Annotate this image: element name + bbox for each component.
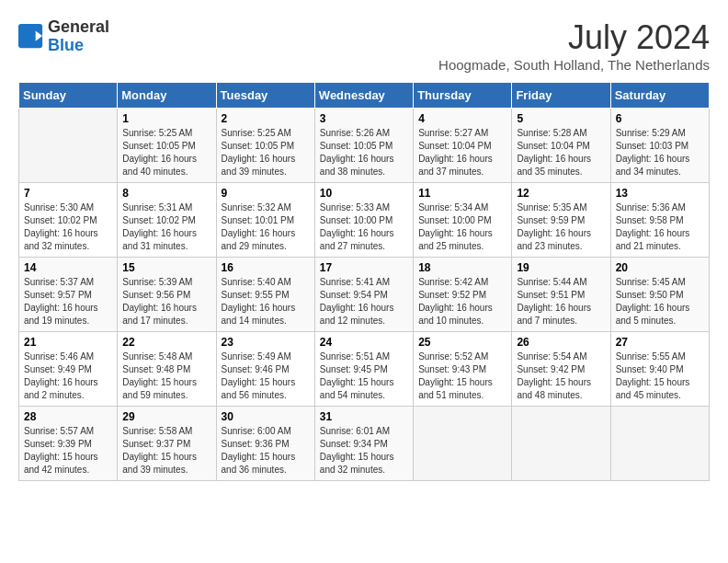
- calendar-cell: 8Sunrise: 5:31 AM Sunset: 10:02 PM Dayli…: [118, 183, 216, 258]
- day-info: Sunrise: 5:34 AM Sunset: 10:00 PM Daylig…: [418, 201, 506, 253]
- calendar-cell: 22Sunrise: 5:48 AM Sunset: 9:48 PM Dayli…: [118, 332, 216, 407]
- calendar-cell: 16Sunrise: 5:40 AM Sunset: 9:55 PM Dayli…: [216, 258, 314, 332]
- calendar-cell: 19Sunrise: 5:44 AM Sunset: 9:51 PM Dayli…: [512, 258, 610, 332]
- calendar-header-row: SundayMondayTuesdayWednesdayThursdayFrid…: [19, 83, 710, 109]
- day-number: 2: [222, 112, 310, 125]
- day-info: Sunrise: 5:49 AM Sunset: 9:46 PM Dayligh…: [222, 350, 310, 402]
- day-info: Sunrise: 5:58 AM Sunset: 9:37 PM Dayligh…: [122, 425, 210, 477]
- day-info: Sunrise: 5:25 AM Sunset: 10:05 PM Daylig…: [122, 127, 210, 178]
- calendar-cell: 10Sunrise: 5:33 AM Sunset: 10:00 PM Dayl…: [314, 183, 413, 258]
- day-info: Sunrise: 5:32 AM Sunset: 10:01 PM Daylig…: [222, 201, 310, 253]
- calendar-cell: 7Sunrise: 5:30 AM Sunset: 10:02 PM Dayli…: [19, 183, 118, 258]
- calendar-cell: 13Sunrise: 5:36 AM Sunset: 9:58 PM Dayli…: [610, 183, 709, 258]
- column-header-friday: Friday: [512, 83, 610, 109]
- day-info: Sunrise: 5:57 AM Sunset: 9:39 PM Dayligh…: [24, 425, 112, 477]
- logo: General Blue: [18, 18, 109, 55]
- calendar-cell: [19, 109, 118, 183]
- day-info: Sunrise: 5:45 AM Sunset: 9:50 PM Dayligh…: [616, 276, 704, 327]
- day-number: 7: [24, 187, 112, 200]
- day-number: 27: [616, 336, 704, 349]
- day-number: 4: [418, 112, 506, 125]
- day-number: 13: [616, 187, 704, 200]
- logo-text: General Blue: [48, 18, 109, 55]
- day-info: Sunrise: 5:54 AM Sunset: 9:42 PM Dayligh…: [517, 350, 605, 402]
- day-number: 30: [222, 410, 310, 423]
- day-info: Sunrise: 5:33 AM Sunset: 10:00 PM Daylig…: [320, 201, 408, 253]
- day-info: Sunrise: 5:48 AM Sunset: 9:48 PM Dayligh…: [122, 350, 210, 402]
- calendar-cell: 11Sunrise: 5:34 AM Sunset: 10:00 PM Dayl…: [414, 183, 512, 258]
- calendar-cell: 29Sunrise: 5:58 AM Sunset: 9:37 PM Dayli…: [118, 407, 216, 481]
- calendar-cell: [512, 407, 610, 481]
- day-number: 23: [222, 336, 310, 349]
- calendar-cell: 18Sunrise: 5:42 AM Sunset: 9:52 PM Dayli…: [414, 258, 512, 332]
- day-info: Sunrise: 6:00 AM Sunset: 9:36 PM Dayligh…: [222, 425, 310, 477]
- calendar-table: SundayMondayTuesdayWednesdayThursdayFrid…: [18, 82, 710, 481]
- calendar-cell: 2Sunrise: 5:25 AM Sunset: 10:05 PM Dayli…: [216, 109, 314, 183]
- column-header-thursday: Thursday: [414, 83, 512, 109]
- calendar-week-row: 28Sunrise: 5:57 AM Sunset: 9:39 PM Dayli…: [19, 407, 710, 481]
- day-number: 31: [320, 410, 408, 423]
- day-number: 3: [320, 112, 408, 125]
- calendar-cell: 27Sunrise: 5:55 AM Sunset: 9:40 PM Dayli…: [610, 332, 709, 407]
- calendar-cell: 23Sunrise: 5:49 AM Sunset: 9:46 PM Dayli…: [216, 332, 314, 407]
- day-info: Sunrise: 5:39 AM Sunset: 9:56 PM Dayligh…: [122, 276, 210, 327]
- logo-blue: Blue: [48, 36, 84, 54]
- day-number: 8: [122, 187, 210, 200]
- day-number: 15: [122, 261, 210, 274]
- calendar-cell: 3Sunrise: 5:26 AM Sunset: 10:05 PM Dayli…: [314, 109, 413, 183]
- day-number: 26: [517, 336, 605, 349]
- column-header-monday: Monday: [118, 83, 216, 109]
- day-number: 25: [418, 336, 506, 349]
- day-number: 24: [320, 336, 408, 349]
- column-header-saturday: Saturday: [610, 83, 709, 109]
- calendar-cell: 1Sunrise: 5:25 AM Sunset: 10:05 PM Dayli…: [118, 109, 216, 183]
- day-info: Sunrise: 5:35 AM Sunset: 9:59 PM Dayligh…: [517, 201, 605, 253]
- logo-icon: [18, 24, 44, 50]
- calendar-cell: 25Sunrise: 5:52 AM Sunset: 9:43 PM Dayli…: [414, 332, 512, 407]
- day-info: Sunrise: 6:01 AM Sunset: 9:34 PM Dayligh…: [320, 425, 408, 477]
- day-info: Sunrise: 5:52 AM Sunset: 9:43 PM Dayligh…: [418, 350, 506, 402]
- day-number: 6: [616, 112, 704, 125]
- calendar-cell: 31Sunrise: 6:01 AM Sunset: 9:34 PM Dayli…: [314, 407, 413, 481]
- day-number: 5: [517, 112, 605, 125]
- day-info: Sunrise: 5:41 AM Sunset: 9:54 PM Dayligh…: [320, 276, 408, 327]
- day-info: Sunrise: 5:40 AM Sunset: 9:55 PM Dayligh…: [222, 276, 310, 327]
- day-number: 12: [517, 187, 605, 200]
- calendar-cell: 9Sunrise: 5:32 AM Sunset: 10:01 PM Dayli…: [216, 183, 314, 258]
- day-number: 10: [320, 187, 408, 200]
- column-header-wednesday: Wednesday: [314, 83, 413, 109]
- day-info: Sunrise: 5:44 AM Sunset: 9:51 PM Dayligh…: [517, 276, 605, 327]
- calendar-week-row: 14Sunrise: 5:37 AM Sunset: 9:57 PM Dayli…: [19, 258, 710, 332]
- day-info: Sunrise: 5:26 AM Sunset: 10:05 PM Daylig…: [320, 127, 408, 178]
- calendar-cell: 28Sunrise: 5:57 AM Sunset: 9:39 PM Dayli…: [19, 407, 118, 481]
- calendar-cell: 12Sunrise: 5:35 AM Sunset: 9:59 PM Dayli…: [512, 183, 610, 258]
- day-info: Sunrise: 5:28 AM Sunset: 10:04 PM Daylig…: [517, 127, 605, 178]
- calendar-cell: [610, 407, 709, 481]
- calendar-cell: 17Sunrise: 5:41 AM Sunset: 9:54 PM Dayli…: [314, 258, 413, 332]
- column-header-tuesday: Tuesday: [216, 83, 314, 109]
- calendar-week-row: 1Sunrise: 5:25 AM Sunset: 10:05 PM Dayli…: [19, 109, 710, 183]
- location-title: Hoogmade, South Holland, The Netherlands: [438, 57, 710, 73]
- day-number: 28: [24, 410, 112, 423]
- calendar-cell: 24Sunrise: 5:51 AM Sunset: 9:45 PM Dayli…: [314, 332, 413, 407]
- day-info: Sunrise: 5:37 AM Sunset: 9:57 PM Dayligh…: [24, 276, 112, 327]
- day-number: 11: [418, 187, 506, 200]
- day-info: Sunrise: 5:51 AM Sunset: 9:45 PM Dayligh…: [320, 350, 408, 402]
- day-info: Sunrise: 5:46 AM Sunset: 9:49 PM Dayligh…: [24, 350, 112, 402]
- day-info: Sunrise: 5:42 AM Sunset: 9:52 PM Dayligh…: [418, 276, 506, 327]
- day-info: Sunrise: 5:29 AM Sunset: 10:03 PM Daylig…: [616, 127, 704, 178]
- day-number: 19: [517, 261, 605, 274]
- logo-general: General: [48, 17, 109, 36]
- day-number: 1: [122, 112, 210, 125]
- calendar-cell: 21Sunrise: 5:46 AM Sunset: 9:49 PM Dayli…: [19, 332, 118, 407]
- day-number: 16: [222, 261, 310, 274]
- day-number: 21: [24, 336, 112, 349]
- calendar-week-row: 7Sunrise: 5:30 AM Sunset: 10:02 PM Dayli…: [19, 183, 710, 258]
- calendar-cell: 14Sunrise: 5:37 AM Sunset: 9:57 PM Dayli…: [19, 258, 118, 332]
- day-number: 9: [222, 187, 310, 200]
- calendar-cell: 5Sunrise: 5:28 AM Sunset: 10:04 PM Dayli…: [512, 109, 610, 183]
- calendar-cell: 4Sunrise: 5:27 AM Sunset: 10:04 PM Dayli…: [414, 109, 512, 183]
- column-header-sunday: Sunday: [19, 83, 118, 109]
- day-info: Sunrise: 5:36 AM Sunset: 9:58 PM Dayligh…: [616, 201, 704, 253]
- title-block: July 2024 Hoogmade, South Holland, The N…: [438, 18, 710, 73]
